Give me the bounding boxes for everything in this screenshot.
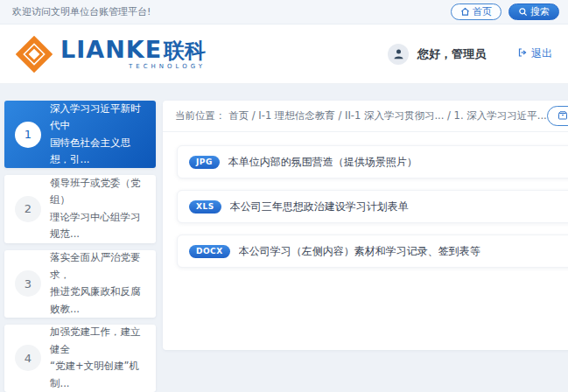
breadcrumb-label: 当前位置： bbox=[175, 109, 226, 122]
home-button-label: 首页 bbox=[473, 5, 492, 18]
sidebar-item-4[interactable]: 4 加强党建工作，建立健全 “党建+文明创建”机制... bbox=[4, 325, 156, 392]
home-button[interactable]: 首页 bbox=[451, 4, 501, 20]
content-panel: 当前位置： 首页 / I-1 理想信念教育 / II-1 深入学习贯彻习... … bbox=[163, 101, 568, 350]
breadcrumb: 当前位置： 首页 / I-1 理想信念教育 / II-1 深入学习贯彻习... … bbox=[175, 109, 547, 122]
logout-icon bbox=[517, 47, 528, 60]
sidebar-item-label: 加强党建工作，建立健全 “党建+文明创建”机制... bbox=[50, 324, 147, 392]
logo-subtitle: TECHNOLOGY bbox=[129, 64, 206, 70]
file-type-badge: JPG bbox=[189, 156, 220, 169]
file-row-3[interactable]: DOCX 本公司学习（左侧内容）素材和学习记录、签到表等 下载 bbox=[177, 234, 568, 268]
welcome-bar: 欢迎访问文明单位台账管理平台! 首页 搜索 bbox=[0, 0, 568, 24]
item-number-badge: 3 bbox=[15, 270, 41, 297]
welcome-text: 欢迎访问文明单位台账管理平台! bbox=[12, 5, 151, 18]
search-button-label: 搜索 bbox=[530, 5, 550, 18]
file-list: JPG 本单位内部的氛围营造（提供场景照片） 下载 XLS 本公司三年思想政治建… bbox=[163, 132, 568, 281]
package-download-button[interactable]: 打包下载 bbox=[547, 106, 568, 126]
file-name: 本公司学习（左侧内容）素材和学习记录、签到表等 bbox=[239, 244, 568, 259]
item-number-badge: 4 bbox=[15, 345, 41, 371]
search-button[interactable]: 搜索 bbox=[508, 4, 559, 20]
greeting-text: 您好，管理员 bbox=[417, 46, 486, 62]
file-name: 本单位内部的氛围营造（提供场景照片） bbox=[228, 155, 568, 170]
sidebar-item-3[interactable]: 3 落实全面从严治党要求， 推进党风廉政和反腐败教... bbox=[4, 250, 156, 318]
package-icon bbox=[557, 110, 568, 122]
topbar-actions: 首页 搜索 bbox=[451, 4, 559, 20]
sidebar-item-label: 领导班子或党委（党组） 理论学习中心组学习规范... bbox=[50, 175, 147, 243]
header-right: 您好，管理员 退出 bbox=[388, 44, 552, 65]
logo-en: LIANKE bbox=[60, 38, 162, 61]
sidebar-item-label: 深入学习习近平新时代中 国特色社会主义思想，引... bbox=[50, 101, 147, 169]
file-type-badge: DOCX bbox=[189, 245, 230, 258]
file-type-badge: XLS bbox=[189, 200, 221, 214]
home-icon bbox=[460, 7, 470, 17]
logo-mark-icon bbox=[16, 36, 53, 73]
item-number-badge: 1 bbox=[15, 122, 41, 148]
sidebar-item-1[interactable]: 1 深入学习习近平新时代中 国特色社会主义思想，引... bbox=[4, 101, 156, 168]
sidebar-item-label: 落实全面从严治党要求， 推进党风廉政和反腐败教... bbox=[50, 249, 147, 318]
logo-cn: 联科 bbox=[164, 40, 206, 61]
file-row-2[interactable]: XLS 本公司三年思想政治建设学习计划表单 下载 bbox=[177, 190, 568, 223]
item-number-badge: 2 bbox=[15, 196, 41, 222]
breadcrumb-actions: 打包下载 bbox=[547, 106, 568, 127]
search-icon bbox=[518, 7, 528, 17]
main-area: 1 深入学习习近平新时代中 国特色社会主义思想，引... 2 领导班子或党委（党… bbox=[0, 84, 568, 392]
logout-button[interactable]: 退出 bbox=[517, 46, 552, 61]
file-row-1[interactable]: JPG 本单位内部的氛围营造（提供场景照片） 下载 bbox=[177, 145, 568, 178]
breadcrumb-path[interactable]: 首页 / I-1 理想信念教育 / II-1 深入学习贯彻习... / 1. 深… bbox=[228, 109, 547, 122]
avatar bbox=[388, 44, 409, 65]
logout-label: 退出 bbox=[531, 46, 552, 61]
logo: LIANKE 联科 TECHNOLOGY bbox=[16, 36, 206, 73]
header: LIANKE 联科 TECHNOLOGY 您好，管理员 退出 bbox=[0, 24, 568, 84]
sidebar-item-2[interactable]: 2 领导班子或党委（党组） 理论学习中心组学习规范... bbox=[4, 175, 156, 242]
file-name: 本公司三年思想政治建设学习计划表单 bbox=[230, 200, 568, 214]
sidebar: 1 深入学习习近平新时代中 国特色社会主义思想，引... 2 领导班子或党委（党… bbox=[4, 101, 156, 392]
logo-text: LIANKE 联科 TECHNOLOGY bbox=[60, 38, 206, 70]
breadcrumb-row: 当前位置： 首页 / I-1 理想信念教育 / II-1 深入学习贯彻习... … bbox=[163, 101, 568, 132]
